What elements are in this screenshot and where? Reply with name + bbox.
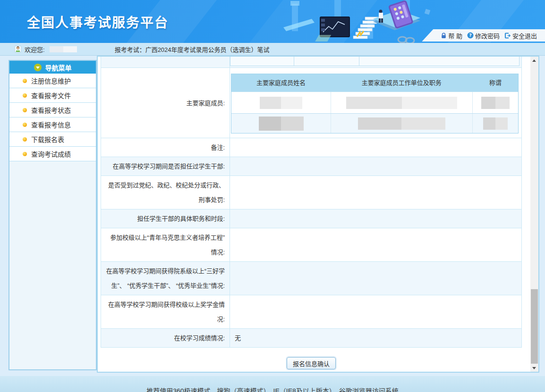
row-label <box>101 57 230 67</box>
app-root: { "header": { "title": "全国人事考试服务平台", "li… <box>0 0 545 392</box>
change-password-link[interactable]: ? 修改密码 <box>466 31 501 40</box>
column-header: 称谓 <box>472 74 518 92</box>
welcome-bar: 欢迎您: 报考考试：广西2024年度考试录用公务员（选调生）笔试 <box>0 43 545 56</box>
redacted-cell <box>260 97 302 109</box>
table-row-scholarship: 在高等学校学习期间获得校级以上奖学金情况: <box>101 295 521 328</box>
nav-menu-header[interactable]: 导航菜单 <box>9 61 96 74</box>
vertical-scrollbar <box>530 57 538 372</box>
sidebar-item-label: 查看报考状态 <box>31 105 71 115</box>
table-row-family-members: 主要家庭成员: 主要家庭成员姓名 主要家庭成员工作单位及职务 称谓 <box>101 67 521 138</box>
row-label: 参加校级以上“青年马克思主义者培养工程”情况: <box>101 228 230 261</box>
bullet-icon <box>23 137 27 142</box>
row-label: 在高等学校学习期间是否担任过学生干部: <box>101 157 230 175</box>
row-label: 在校学习成绩情况: <box>101 329 230 347</box>
chevron-down-icon <box>34 64 42 71</box>
family-table-header: 主要家庭成员姓名 主要家庭成员工作单位及职务 称谓 <box>231 74 518 92</box>
table-row-marxism-program: 参加校级以上“青年马克思主义者培养工程”情况: <box>101 228 521 261</box>
sidebar-item-label: 查看报考信息 <box>31 120 71 129</box>
row-label: 在高等学校学习期间获得院系级以上“三好学生”、 “优秀学生干部”、 “优秀毕业生… <box>101 262 230 295</box>
app-header: 全国人事考试服务平台 <box>0 0 545 43</box>
sidebar-item-label: 注册信息维护 <box>31 76 71 85</box>
row-value <box>230 209 521 228</box>
row-value <box>230 295 521 328</box>
sidebar-item-application-status[interactable]: 查看报考状态 <box>9 103 96 117</box>
confirm-registration-button[interactable]: 报名信息确认 <box>287 357 336 369</box>
footer-browser-recommendation: 推荐使用360极速模式、搜狗（高速模式）、IE（IE8及以上版本）、谷歌浏览器访… <box>0 386 545 392</box>
table-row-cadre-position: 担任学生干部的具体职务和时段: <box>101 209 521 228</box>
scrollbar-up-button[interactable] <box>530 57 538 65</box>
redacted-cell <box>346 97 457 109</box>
sidebar-item-label: 查询考试成绩 <box>31 149 71 158</box>
logout-label: 安全退出 <box>512 31 537 40</box>
family-table-row <box>231 113 518 133</box>
help-link[interactable]: 帮 助 <box>439 31 464 40</box>
row-value <box>230 262 521 295</box>
help-label: 帮 助 <box>448 31 462 40</box>
exam-info: 报考考试：广西2024年度考试录用公务员（选调生）笔试 <box>115 45 270 54</box>
clipped-inner-table <box>230 57 519 66</box>
sidebar-item-application-info[interactable]: 查看报考信息 <box>9 117 96 132</box>
footer: 推荐使用360极速模式、搜狗（高速模式）、IE（IE8及以上版本）、谷歌浏览器访… <box>0 376 545 392</box>
row-label: 担任学生干部的具体职务和时段: <box>101 209 230 228</box>
application-info-table: 主要家庭成员: 主要家庭成员姓名 主要家庭成员工作单位及职务 称谓 <box>101 57 522 348</box>
exit-icon <box>504 32 511 39</box>
bullet-icon <box>23 79 27 83</box>
question-icon: ? <box>467 32 474 39</box>
bullet-icon <box>23 152 27 156</box>
header-links: 帮 助 ? 修改密码 安全退出 <box>422 29 545 42</box>
row-value <box>230 57 521 67</box>
sidebar: 导航菜单 注册信息维护 查看报考文件 查看报考状态 查看报考信息 下载报名表 查… <box>9 60 97 370</box>
redacted-cell <box>259 117 304 131</box>
svg-text:?: ? <box>469 33 472 38</box>
sidebar-item-exam-documents[interactable]: 查看报考文件 <box>9 88 96 103</box>
welcome-greeting: 欢迎您: <box>25 45 45 54</box>
family-table-row <box>231 92 518 113</box>
row-value: 无 <box>230 329 521 347</box>
sidebar-item-registration-info[interactable]: 注册信息维护 <box>9 74 96 88</box>
lock-icon <box>440 32 447 39</box>
row-value <box>230 176 521 209</box>
main-content-panel: 主要家庭成员: 主要家庭成员姓名 主要家庭成员工作单位及职务 称谓 <box>97 56 539 373</box>
row-label: 主要家庭成员: <box>101 68 230 138</box>
row-label: 是否受到过党纪、政纪、校纪处分或行政、刑事处罚: <box>101 176 230 209</box>
bullet-icon <box>23 108 27 112</box>
row-value: 主要家庭成员姓名 主要家庭成员工作单位及职务 称谓 <box>230 68 521 138</box>
redacted-cell <box>358 117 445 130</box>
confirm-button-row: 报名信息确认 <box>101 357 522 369</box>
scrollbar-down-button[interactable] <box>530 364 538 372</box>
bullet-icon <box>23 93 27 98</box>
sidebar-item-exam-scores[interactable]: 查询考试成绩 <box>9 147 96 161</box>
bullet-icon <box>23 123 27 127</box>
page-body: 导航菜单 注册信息维护 查看报考文件 查看报考状态 查看报考信息 下载报名表 查… <box>0 56 545 376</box>
logout-link[interactable]: 安全退出 <box>503 31 538 40</box>
sidebar-item-download-form[interactable]: 下载报名表 <box>9 132 96 147</box>
change-password-label: 修改密码 <box>475 31 500 40</box>
column-header: 主要家庭成员工作单位及职务 <box>331 74 472 92</box>
scrollbar-thumb[interactable] <box>531 289 538 364</box>
row-value <box>230 157 521 175</box>
table-row-honors: 在高等学校学习期间获得院系级以上“三好学生”、 “优秀学生干部”、 “优秀毕业生… <box>101 261 521 295</box>
redacted-username <box>50 46 77 52</box>
family-members-table: 主要家庭成员姓名 主要家庭成员工作单位及职务 称谓 <box>231 74 519 133</box>
sidebar-item-label: 查看报考文件 <box>31 91 71 100</box>
row-value <box>230 228 521 261</box>
column-header: 主要家庭成员姓名 <box>231 74 331 92</box>
redacted-cell <box>481 97 510 109</box>
table-row-academic-record: 在校学习成绩情况: 无 <box>101 328 521 347</box>
table-row-clipped <box>101 57 521 67</box>
nav-menu-title: 导航菜单 <box>45 63 72 72</box>
row-value <box>230 138 521 157</box>
table-row-discipline: 是否受到过党纪、政纪、校纪处分或行政、刑事处罚: <box>101 175 521 209</box>
table-row-student-cadre: 在高等学校学习期间是否担任过学生干部: <box>101 157 521 175</box>
sidebar-item-label: 下载报名表 <box>31 134 64 144</box>
table-row-remark: 备注: <box>101 138 521 157</box>
row-label: 备注: <box>101 138 230 157</box>
header-streak-decoration <box>235 0 388 43</box>
row-label: 在高等学校学习期间获得校级以上奖学金情况: <box>101 295 230 328</box>
redacted-cell <box>483 117 508 130</box>
page-title: 全国人事考试服务平台 <box>27 12 169 31</box>
user-avatar-icon <box>14 45 22 53</box>
